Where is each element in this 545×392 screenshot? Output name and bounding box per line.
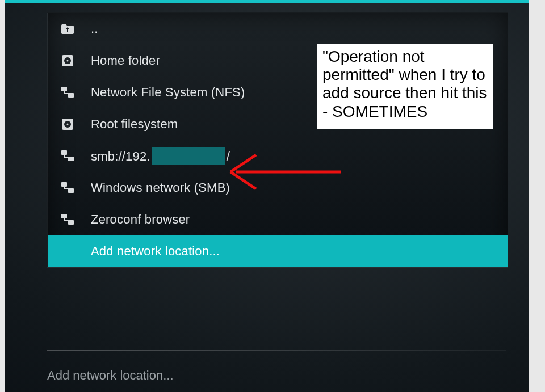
screen: .. Home folder Network Fil <box>5 0 529 392</box>
list-item-label: Windows network (SMB) <box>91 180 230 195</box>
svg-point-7 <box>67 124 69 125</box>
svg-point-2 <box>67 60 69 62</box>
svg-rect-8 <box>61 150 67 155</box>
list-item-windows-smb[interactable]: Windows network (SMB) <box>48 172 508 204</box>
list-item-label: Add network location... <box>91 244 220 259</box>
svg-rect-3 <box>61 87 67 91</box>
folder-up-icon <box>60 22 75 36</box>
list-item-zeroconf[interactable]: Zeroconf browser <box>48 204 508 235</box>
disk-icon <box>60 117 75 132</box>
svg-rect-12 <box>61 214 67 218</box>
network-icon <box>60 212 75 227</box>
network-icon <box>60 149 75 163</box>
list-item-parent-dir[interactable]: .. <box>48 13 508 45</box>
network-icon <box>60 180 75 195</box>
list-item-label: smb://192./ <box>91 147 230 165</box>
disk-icon <box>60 53 75 68</box>
smb-prefix: smb://192. <box>91 149 150 163</box>
list-item-label: Zeroconf browser <box>91 212 190 227</box>
list-item-smb-share[interactable]: smb://192./ <box>48 140 508 172</box>
top-accent-bar <box>5 0 529 3</box>
list-item-label: Root filesystem <box>91 117 178 132</box>
svg-rect-10 <box>61 182 67 187</box>
network-icon <box>60 85 75 100</box>
status-bar: Add network location... <box>47 366 529 383</box>
list-item-label: .. <box>91 22 98 36</box>
annotation-text: "Operation not permitted" when I try to … <box>322 48 487 120</box>
smb-suffix: / <box>227 149 230 163</box>
list-item-add-network-location[interactable]: Add network location... <box>48 235 508 267</box>
list-item-label: Network File System (NFS) <box>91 85 245 100</box>
list-item-label: Home folder <box>91 53 160 68</box>
user-annotation: "Operation not permitted" when I try to … <box>317 44 493 129</box>
redacted-block <box>152 147 225 165</box>
status-text: Add network location... <box>47 368 174 382</box>
